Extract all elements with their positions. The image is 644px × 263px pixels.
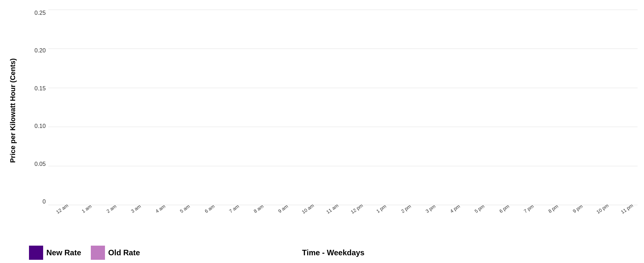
x-axis-title: Time - Weekdays bbox=[302, 248, 365, 257]
legend-old-rate-box bbox=[91, 246, 105, 260]
x-axis: 12 am1 am2 am3 am4 am5 am6 am7 am8 am9 a… bbox=[48, 206, 638, 231]
y-label-025: 0.25 bbox=[34, 10, 46, 16]
legend-old-rate: Old Rate bbox=[91, 246, 140, 260]
bars-container bbox=[48, 10, 638, 205]
legend-old-rate-label: Old Rate bbox=[108, 248, 140, 257]
legend-new-rate: New Rate bbox=[29, 246, 81, 260]
y-label-015: 0.15 bbox=[34, 85, 46, 92]
y-axis-label-text: Price per Kilowatt Hour (Cents) bbox=[9, 58, 17, 163]
legend-new-rate-label: New Rate bbox=[46, 248, 81, 257]
y-axis-label: Price per Kilowatt Hour (Cents) bbox=[0, 16, 26, 205]
y-label-020: 0.20 bbox=[34, 47, 46, 54]
bars-row bbox=[48, 10, 638, 205]
y-axis: 0.25 0.20 0.15 0.10 0.05 0 bbox=[29, 10, 48, 205]
y-label-005: 0.05 bbox=[34, 161, 46, 168]
legend-new-rate-box bbox=[29, 246, 43, 260]
legend: New Rate Old Rate bbox=[29, 246, 151, 260]
y-label-000: 0 bbox=[43, 198, 46, 205]
y-label-010: 0.10 bbox=[34, 123, 46, 130]
